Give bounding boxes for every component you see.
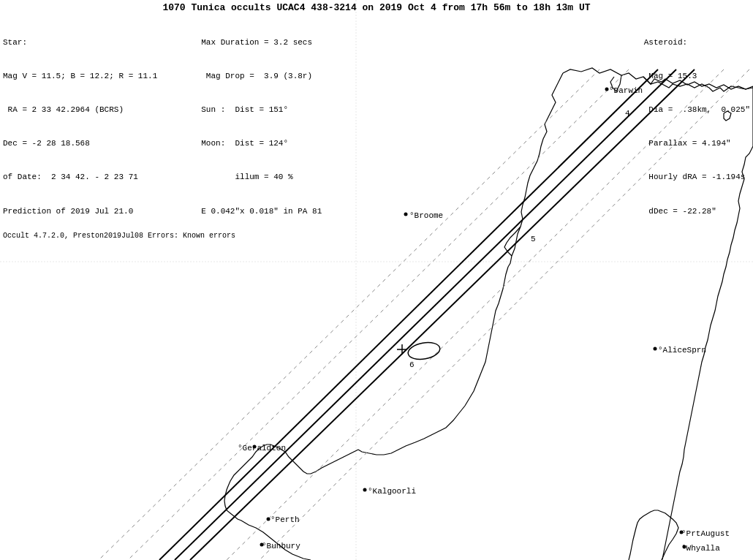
svg-text:6: 6 xyxy=(409,360,415,369)
svg-text:5: 5 xyxy=(531,235,536,243)
svg-point-13 xyxy=(404,213,408,216)
svg-rect-0 xyxy=(0,0,753,560)
svg-text:°Whyalla: °Whyalla xyxy=(681,544,720,553)
svg-point-18 xyxy=(654,347,657,351)
svg-text:°PrtAugust: °PrtAugust xyxy=(681,529,730,538)
svg-point-21 xyxy=(605,88,609,91)
svg-text:°Bunbury: °Bunbury xyxy=(262,542,300,550)
svg-point-17 xyxy=(363,488,367,492)
svg-text:°AliceSprn: °AliceSprn xyxy=(658,346,706,355)
svg-text:°Perth: °Perth xyxy=(270,515,300,524)
svg-point-15 xyxy=(267,518,270,521)
svg-text:°Geraldton: °Geraldton xyxy=(238,444,286,453)
svg-text:°Kalgoorli: °Kalgoorli xyxy=(368,487,416,496)
svg-text:4: 4 xyxy=(625,109,630,118)
svg-text:°Darwin: °Darwin xyxy=(609,86,643,95)
svg-text:°Broome: °Broome xyxy=(409,211,443,220)
